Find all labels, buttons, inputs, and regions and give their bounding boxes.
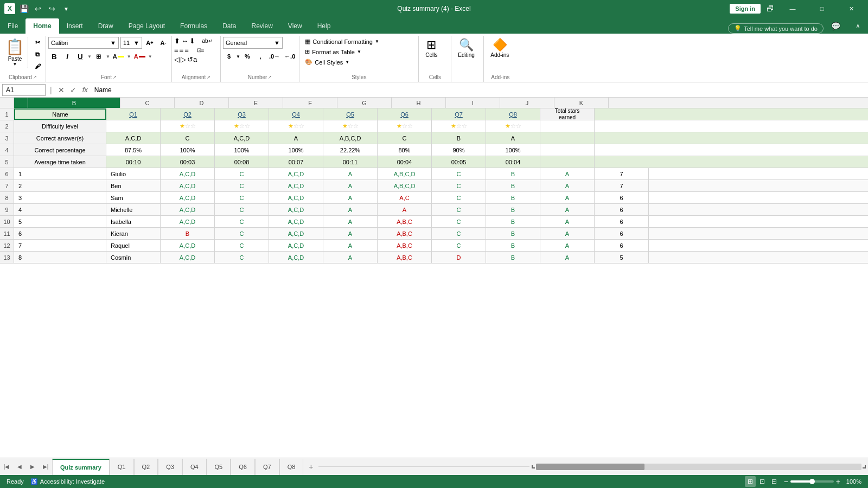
tab-insert[interactable]: Insert [59,18,91,34]
cell-i3[interactable]: A [486,132,540,144]
cell-d3[interactable]: A,C,D [215,132,269,144]
wrap-text-button[interactable]: ab↵ [196,37,218,45]
col-header-i[interactable]: I [446,98,500,108]
cell-c7[interactable]: A,C,D [161,180,215,191]
cells-button[interactable]: ⊞ Cells [421,37,442,59]
number-format-selector[interactable]: General ▼ [223,37,283,49]
cell-a8-num[interactable]: 3 [14,192,106,203]
cell-i5[interactable]: 00:04 [486,156,540,168]
cell-k11[interactable]: 6 [595,228,649,239]
sheet-tab-q5[interactable]: Q5 [207,459,231,475]
cell-c12[interactable]: A,C,D [161,240,215,251]
italic-button[interactable]: I [61,51,73,62]
cell-b7[interactable]: Ben [106,180,161,191]
zoom-out-button[interactable]: − [784,477,788,486]
cell-c9[interactable]: A,C,D [161,204,215,215]
cell-f4[interactable]: 22.22% [323,144,378,156]
cell-h2[interactable]: ★☆☆ [432,120,486,132]
cell-g7[interactable]: A,B,C,D [378,180,432,191]
tab-page-layout[interactable]: Page Layout [121,18,173,34]
fill-color-dropdown-icon[interactable]: ▼ [127,54,131,59]
cell-f9[interactable]: A [323,204,378,215]
row-header-3[interactable]: 3 [0,132,14,144]
bold-button[interactable]: B [48,51,60,62]
cell-j7[interactable]: A [540,180,595,191]
number-expand-icon[interactable]: ↗ [268,75,272,80]
sheet-tab-q8[interactable]: Q8 [279,459,304,475]
cell-g3[interactable]: C [378,132,432,144]
cell-a2[interactable]: Difficulty level [14,120,106,132]
sheet-tab-q1[interactable]: Q1 [110,459,134,475]
cell-g8[interactable]: A,C [378,192,432,203]
cell-h10[interactable]: C [432,216,486,227]
last-sheet-button[interactable]: ▶| [39,460,52,473]
cell-b11[interactable]: Kieran [106,228,161,239]
cell-i6[interactable]: B [486,168,540,179]
cell-d12[interactable]: C [215,240,269,251]
currency-button[interactable]: $ [223,51,235,62]
row-header-10[interactable]: 10 [0,216,14,227]
cell-i8[interactable]: B [486,192,540,203]
increase-decimal-button[interactable]: .0→ [267,51,282,62]
tab-view[interactable]: View [280,18,310,34]
add-ins-button[interactable]: 🔶 Add-ins [486,37,513,59]
redo-icon[interactable]: ↪ [47,3,58,14]
align-bottom-button[interactable]: ⬇ [189,37,195,45]
increase-font-size-button[interactable]: A+ [144,37,156,48]
cell-j11[interactable]: A [540,228,595,239]
cell-e7[interactable]: A,C,D [269,180,323,191]
tab-data[interactable]: Data [215,18,244,34]
collapse-ribbon-icon[interactable]: ∧ [848,18,868,34]
align-center-button[interactable]: ≡ [180,46,184,54]
tab-home[interactable]: Home [25,18,59,34]
cell-g11[interactable]: A,B,C [378,228,432,239]
row-header-5[interactable]: 5 [0,156,14,168]
tab-draw[interactable]: Draw [91,18,121,34]
cell-c1[interactable]: Q2 [161,108,215,120]
cell-h11[interactable]: C [432,228,486,239]
cell-j8[interactable]: A [540,192,595,203]
cell-d10[interactable]: C [215,216,269,227]
cell-h13[interactable]: D [432,252,486,263]
cell-g9[interactable]: A [378,204,432,215]
close-button[interactable]: ✕ [839,0,864,17]
cell-f12[interactable]: A [323,240,378,251]
editing-button[interactable]: 🔍 Editing [454,37,479,59]
cell-e4[interactable]: 100% [269,144,323,156]
cell-b9[interactable]: Michelle [106,204,161,215]
cell-a11-num[interactable]: 6 [14,228,106,239]
font-expand-icon[interactable]: ↗ [113,75,117,80]
cell-k9[interactable]: 6 [595,204,649,215]
cell-j13[interactable]: A [540,252,595,263]
cell-b4[interactable]: 87.5% [106,144,161,156]
paste-dropdown[interactable]: ▼ [13,62,17,67]
cell-d9[interactable]: C [215,204,269,215]
cancel-formula-icon[interactable]: ✕ [56,86,66,94]
cell-k10[interactable]: 6 [595,216,649,227]
alignment-expand-icon[interactable]: ↗ [207,75,210,80]
underline-dropdown-icon[interactable]: ▼ [87,54,92,59]
cell-i11[interactable]: B [486,228,540,239]
zoom-slider-thumb[interactable] [809,479,815,484]
cell-f13[interactable]: A [323,252,378,263]
col-header-k[interactable]: K [554,98,609,108]
cell-i2[interactable]: ★☆☆ [486,120,540,132]
cell-a5[interactable]: Average time taken [14,156,106,168]
cell-h4[interactable]: 90% [432,144,486,156]
fill-color-button[interactable]: A [111,51,126,62]
cell-h12[interactable]: C [432,240,486,251]
restore-window-icon[interactable]: 🗗 [765,3,776,14]
add-sheet-button[interactable]: + [303,460,318,473]
cell-f1[interactable]: Q5 [323,108,378,120]
cell-h9[interactable]: C [432,204,486,215]
cell-g6[interactable]: A,B,C,D [378,168,432,179]
cell-d6[interactable]: C [215,168,269,179]
percent-button[interactable]: % [241,51,253,62]
maximize-button[interactable]: □ [809,0,834,17]
sign-in-button[interactable]: Sign in [730,4,761,14]
next-sheet-button[interactable]: ▶ [26,460,39,473]
cell-h8[interactable]: C [432,192,486,203]
cell-g5[interactable]: 00:04 [378,156,432,168]
cell-i9[interactable]: B [486,204,540,215]
row-header-2[interactable]: 2 [0,120,14,132]
